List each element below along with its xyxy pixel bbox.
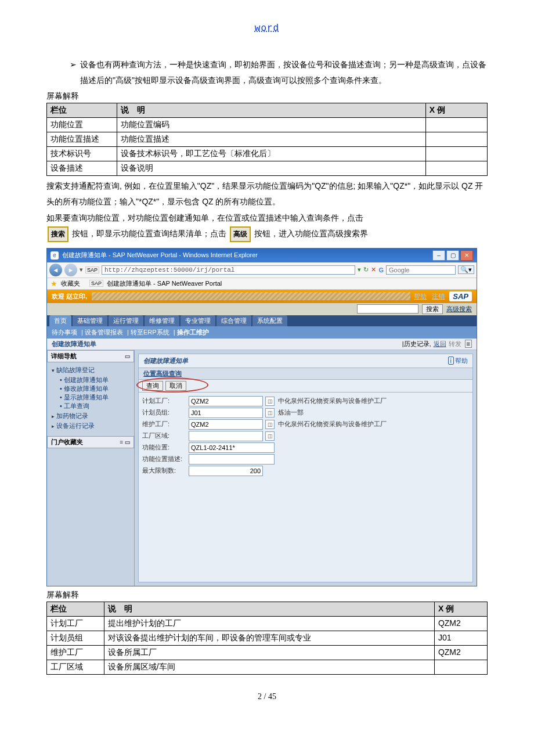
- tab-system[interactable]: 系统配置: [252, 315, 287, 326]
- left-nav: 详细导航▭ 缺陷故障登记 创建故障通知单 修改故障通知单 显示故障通知单 工单查…: [47, 350, 135, 586]
- leftnav-section-fav[interactable]: 门户收藏夹≡ ▭: [47, 436, 134, 448]
- close-icon[interactable]: ✕: [460, 250, 473, 261]
- tab-general[interactable]: 综合管理: [217, 315, 251, 326]
- leftnav-section-detail[interactable]: 详细导航▭: [47, 350, 134, 362]
- t2-h1: 栏位: [47, 602, 104, 616]
- stop-icon[interactable]: ✕: [371, 266, 376, 273]
- logout-link[interactable]: 注销: [432, 293, 445, 300]
- tab-repair[interactable]: 维修管理: [145, 315, 179, 326]
- table-row: 计划工厂提出维护计划的工厂QZM2: [47, 616, 488, 631]
- portal-search-input[interactable]: [357, 304, 418, 314]
- subnav-item[interactable]: 设备管理报表: [85, 329, 123, 336]
- match-icon[interactable]: ◫: [265, 397, 275, 406]
- field-desc: 中化泉州石化物资采购与设备维护工厂: [278, 420, 387, 429]
- cancel-button[interactable]: 取消: [165, 381, 186, 391]
- table-row: 设备描述设备说明: [47, 161, 488, 176]
- tree-item[interactable]: 修改故障通知单: [60, 384, 132, 393]
- tab-operation[interactable]: 运行管理: [109, 315, 143, 326]
- plant-area-input[interactable]: [189, 431, 263, 441]
- panel-icons[interactable]: ≡ ▭: [120, 439, 130, 445]
- match-icon[interactable]: ◫: [265, 431, 275, 441]
- decor-hatch: [92, 292, 410, 300]
- field-desc: 炼油一部: [278, 408, 304, 417]
- table-1: 栏位 说 明 X 例 功能位置功能位置编码 功能位置描述功能位置描述 技术标识号…: [46, 103, 488, 176]
- header-word-text: word: [255, 23, 279, 34]
- subnav-item[interactable]: 待办事项: [52, 329, 77, 336]
- table-row: 功能位置功能位置编码: [47, 118, 488, 132]
- breadcrumb: 创建故障通知单: [52, 340, 96, 348]
- sap-badge-icon: SAP: [85, 267, 99, 273]
- advanced-button-img: 高级: [230, 226, 251, 242]
- history-back[interactable]: 返回: [434, 340, 446, 348]
- favorites-tab[interactable]: 创建故障通知单 - SAP NetWeaver Portal: [107, 279, 222, 288]
- tab-home[interactable]: 首页: [49, 315, 71, 326]
- forward-icon[interactable]: ►: [64, 264, 77, 276]
- buttons-row: 查询 取消: [138, 379, 473, 393]
- dropdown-icon[interactable]: ▾: [358, 266, 361, 273]
- table-row: 维护工厂设备所属工厂QZM2: [47, 645, 488, 660]
- portal-search-button[interactable]: 搜索: [422, 304, 443, 314]
- header-word: word: [46, 23, 488, 34]
- planner-group-input[interactable]: [189, 408, 263, 418]
- maximize-icon[interactable]: ▢: [446, 250, 459, 261]
- portal-search-bar: 搜索 高级搜索: [47, 303, 477, 315]
- url-input[interactable]: http://zhqzeptest:50000/irj/portal: [102, 265, 355, 275]
- match-icon[interactable]: ◫: [265, 408, 275, 417]
- dropdown-icon[interactable]: ▾: [80, 266, 83, 273]
- plan-plant-input[interactable]: [189, 396, 263, 406]
- collapse-icon[interactable]: ▭: [125, 353, 130, 359]
- field-desc: 中化泉州石化物资采购与设备维护工厂: [278, 397, 387, 405]
- tree-group-device[interactable]: 设备运行记录: [52, 422, 132, 430]
- titlebar: e 创建故障通知单 - SAP NetWeaver Portal - Windo…: [47, 249, 477, 262]
- t1-h2: 说 明: [117, 103, 425, 118]
- star-icon[interactable]: ★: [50, 279, 57, 288]
- history-forward: 转发: [449, 340, 461, 348]
- welcome-text: 欢迎 赵立印,: [52, 292, 87, 301]
- tree-item[interactable]: 创建故障通知单: [60, 376, 132, 384]
- t1-h1: 栏位: [47, 103, 117, 118]
- minimize-icon[interactable]: –: [432, 250, 445, 261]
- tree-group-defect[interactable]: 缺陷故障登记: [52, 366, 132, 375]
- portal-advanced-search-link[interactable]: 高级搜索: [446, 305, 472, 314]
- help-link[interactable]: 帮助: [455, 357, 468, 364]
- query-button[interactable]: 查询: [142, 381, 163, 391]
- help-link[interactable]: 帮助: [414, 293, 427, 300]
- screen-explain-label-2: 屏幕解释: [46, 590, 488, 600]
- field-label: 功能位置:: [142, 443, 189, 452]
- field-label: 计划工厂:: [142, 397, 189, 405]
- tree-item[interactable]: 显示故障通知单: [60, 393, 132, 402]
- refresh-icon[interactable]: ↻: [363, 266, 369, 273]
- tab-specialty[interactable]: 专业管理: [181, 315, 215, 326]
- top-nav-tabs: 首页 基础管理 运行管理 维修管理 专业管理 综合管理 系统配置: [47, 315, 477, 326]
- options-icon[interactable]: ≡: [465, 340, 472, 348]
- search-go-icon[interactable]: 🔍▾: [458, 265, 474, 274]
- sap-tab-icon: SAP: [89, 280, 103, 287]
- info-icon[interactable]: i: [448, 357, 454, 365]
- table-row: 工厂区域设备所属区域/车间: [47, 660, 488, 674]
- max-limit-input[interactable]: [189, 466, 263, 476]
- table-2: 栏位 说 明 X 例 计划工厂提出维护计划的工厂QZM2 计划员组对该设备提出维…: [46, 602, 488, 675]
- subnav-item[interactable]: 转至ERP系统: [131, 329, 169, 336]
- t2-h3: X 例: [434, 602, 487, 616]
- t1-h3: X 例: [425, 103, 487, 118]
- portal-top-bar: 欢迎 赵立印, 帮助 注销 SAP: [47, 290, 477, 303]
- tab-basic[interactable]: 基础管理: [73, 315, 107, 326]
- maint-plant-input[interactable]: [189, 419, 263, 430]
- sap-window: e 创建故障通知单 - SAP NetWeaver Portal - Windo…: [46, 248, 477, 586]
- screen-explain-label-1: 屏幕解释: [46, 91, 488, 102]
- match-icon[interactable]: ◫: [265, 420, 275, 429]
- search-engine-icon: G: [378, 267, 384, 273]
- paragraph-1: 搜索支持通配符查询, 例如，在位置里输入"QZ"，结果显示功能位置编码为"QZ"…: [46, 178, 488, 209]
- subnav-item-active[interactable]: 操作工维护: [177, 329, 209, 336]
- func-location-input[interactable]: [189, 442, 275, 453]
- browser-search-input[interactable]: [386, 265, 456, 275]
- back-icon[interactable]: ◄: [49, 264, 62, 276]
- history-label: 历史记录,: [404, 340, 431, 348]
- t2-h2: 说 明: [104, 602, 434, 616]
- form-body: 计划工厂:◫中化泉州石化物资采购与设备维护工厂 计划员组:◫炼油一部 维护工厂:…: [138, 393, 473, 582]
- field-label: 工厂区域:: [142, 431, 189, 440]
- tree-item[interactable]: 工单查询: [60, 402, 132, 411]
- favorites-label: 收藏夹: [61, 279, 80, 288]
- tree-group-drug[interactable]: 加药物记录: [52, 412, 132, 420]
- func-location-desc-input[interactable]: [189, 454, 275, 465]
